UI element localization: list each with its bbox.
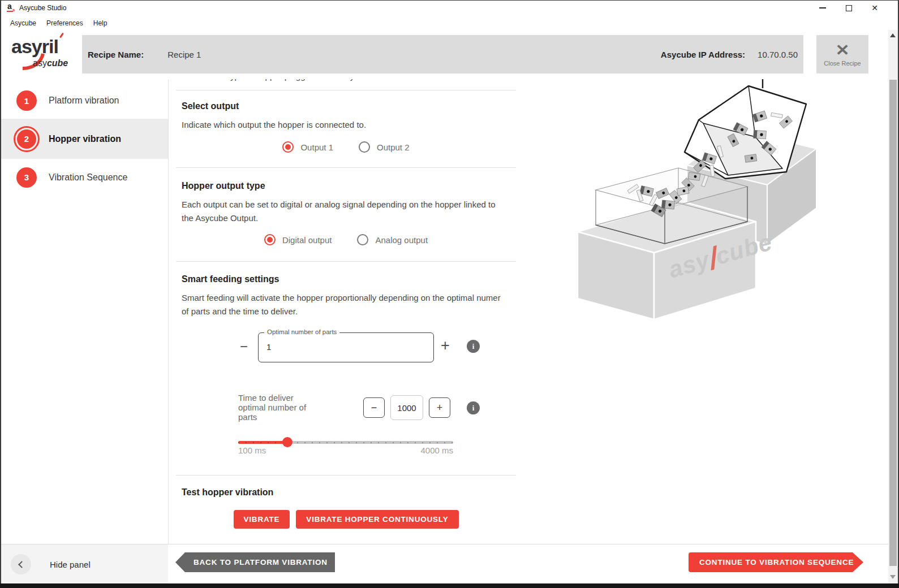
asyril-logo: asyril asycube (9, 34, 80, 74)
panel-strip: Hide panel (1, 544, 168, 584)
time-info-icon[interactable]: i (467, 401, 480, 414)
step-vibration-sequence[interactable]: 3 Vibration Sequence (1, 159, 168, 196)
window-border-top (0, 0, 899, 1)
ip-address-value: 10.70.0.50 (758, 50, 798, 59)
vibrate-button[interactable]: VIBRATE (234, 510, 290, 529)
scroll-up-arrow[interactable] (890, 33, 896, 37)
time-to-deliver-label: Time to deliver optimal number of parts (238, 393, 317, 422)
hide-panel-label: Hide panel (50, 560, 91, 569)
steps-sidebar: 1 Platform vibration 2 Hopper vibration … (1, 79, 168, 544)
close-recipe-label: Close Recipe (824, 60, 861, 67)
radio-circle (264, 234, 276, 245)
optimal-info-icon[interactable]: i (467, 340, 480, 353)
section-divider (176, 167, 516, 168)
output-type-radio-group: Digital output Analog output (176, 234, 516, 245)
close-window-button[interactable]: ✕ (863, 0, 886, 16)
radio-output-2[interactable]: Output 2 (359, 141, 410, 153)
optimal-decrement-button[interactable]: − (240, 341, 248, 352)
minimize-button[interactable] (811, 0, 834, 16)
select-output-desc: Indicate which output the hopper is conn… (182, 118, 509, 132)
title-bar: a s Asycube Studio ✕ (0, 0, 899, 16)
test-vibration-title: Test hopper vibration (182, 487, 273, 498)
logo-sub-text: asycube (33, 58, 68, 68)
section-divider (176, 475, 516, 475)
app-window: a s Asycube Studio ✕ Asycube Preferences… (0, 0, 899, 588)
header: asyril asycube Recipe Name: Recipe 1 Asy… (1, 30, 898, 79)
recipe-name-label: Recipe Name: (88, 50, 144, 59)
maximize-icon (846, 5, 852, 11)
radio-output-1[interactable]: Output 1 (282, 141, 333, 153)
optimal-increment-button[interactable]: + (441, 340, 450, 351)
step-number-badge: 2 (17, 129, 36, 149)
test-buttons-row: VIBRATE VIBRATE HOPPER CONTINUOUSLY (176, 510, 516, 529)
smart-feeding-title: Smart feeding settings (182, 274, 279, 284)
menu-help[interactable]: Help (88, 18, 113, 29)
vertical-scrollbar (888, 30, 898, 583)
optimal-parts-field[interactable]: Optimal number of parts 1 (258, 332, 434, 362)
time-increment-button[interactable]: + (429, 397, 450, 418)
minimize-icon (819, 7, 826, 8)
window-border-bottom (0, 583, 899, 588)
slider-range-labels: 100 ms 4000 ms (238, 446, 453, 455)
slider-max-label: 4000 ms (420, 446, 453, 455)
time-decrement-button[interactable]: − (363, 397, 385, 418)
hopper-illustration: asy cube (561, 79, 829, 322)
continue-to-vibration-sequence-button[interactable]: CONTINUE TO VIBRATION SEQUENCE (689, 552, 863, 572)
radio-digital-output[interactable]: Digital output (264, 234, 332, 245)
scroll-down-arrow[interactable] (890, 575, 896, 579)
back-to-platform-vibration-button[interactable]: BACK TO PLATFORM VIBRATION (175, 552, 335, 572)
clipped-scrolled-text: Indicate the type of hopper plugged to t… (182, 79, 498, 84)
main-content: Indicate the type of hopper plugged to t… (168, 79, 885, 544)
slider-min-label: 100 ms (238, 446, 266, 455)
radio-circle (282, 141, 294, 153)
output-type-title: Hopper output type (182, 181, 265, 191)
section-divider (176, 261, 516, 262)
recipe-bar: Recipe Name: Recipe 1 Asycube IP Address… (82, 35, 803, 74)
radio-circle (359, 141, 370, 153)
close-recipe-icon: ✕ (835, 43, 849, 58)
vibrate-continuously-button[interactable]: VIBRATE HOPPER CONTINUOUSLY (296, 510, 458, 529)
output-type-desc: Each output can be set to digital or ana… (182, 198, 509, 225)
scrollbar-thumb[interactable] (889, 80, 897, 566)
menu-asycube[interactable]: Asycube (5, 18, 41, 29)
time-value-field[interactable]: 1000 (390, 395, 423, 420)
step-number-badge: 1 (16, 90, 37, 111)
close-icon: ✕ (871, 4, 878, 12)
app-icon: a s (6, 3, 16, 13)
maximize-button[interactable] (837, 0, 860, 16)
ip-address-label: Asycube IP Address: (661, 50, 745, 59)
radio-circle (357, 234, 368, 245)
active-step-ring: 2 (14, 126, 40, 152)
chevron-left-icon (18, 561, 25, 568)
select-output-title: Select output (182, 101, 239, 111)
section-divider (176, 90, 516, 90)
optimal-parts-value: 1 (266, 342, 271, 352)
smart-feeding-desc: Smart feeding will activate the hopper p… (182, 291, 509, 318)
window-title: Asycube Studio (19, 4, 66, 12)
menu-bar: Asycube Preferences Help (0, 16, 899, 30)
bottom-bar: Hide panel BACK TO PLATFORM VIBRATION CO… (1, 544, 898, 583)
hide-panel-button[interactable] (11, 554, 31, 574)
logo-brand-text: asyril (11, 36, 58, 58)
step-platform-vibration[interactable]: 1 Platform vibration (1, 83, 168, 118)
step-hopper-vibration[interactable]: 2 Hopper vibration (1, 119, 168, 159)
window-border-left (0, 0, 1, 588)
close-recipe-button[interactable]: ✕ Close Recipe (816, 35, 868, 74)
radio-analog-output[interactable]: Analog output (357, 234, 428, 245)
step-number-badge: 3 (16, 167, 37, 188)
recipe-name-value: Recipe 1 (167, 50, 201, 59)
output-radio-group: Output 1 Output 2 (176, 141, 516, 153)
menu-preferences[interactable]: Preferences (41, 18, 88, 29)
slider-ticks (238, 442, 453, 443)
optimal-parts-label: Optimal number of parts (264, 328, 339, 335)
